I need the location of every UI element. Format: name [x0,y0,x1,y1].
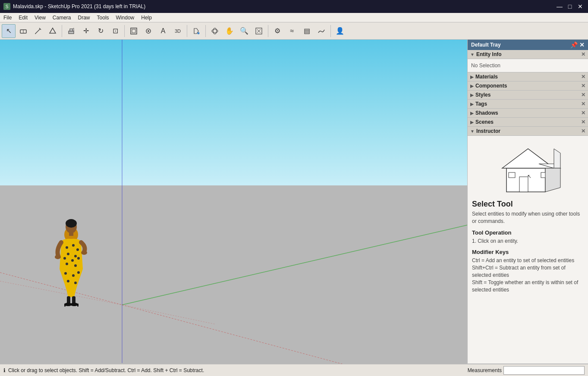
entity-info-title: Entity Info [476,51,502,57]
human-figure [52,217,91,308]
tape-tool-button[interactable] [141,24,155,38]
scale-tool-button[interactable]: ⊡ [108,24,122,38]
instructor-arrow: ▼ [470,129,475,134]
paint-tool-button[interactable] [189,24,203,38]
materials-arrow: ▶ [470,75,474,79]
svg-point-39 [81,251,87,255]
tray-pin-button[interactable]: 📌 [570,41,578,48]
svg-point-14 [212,29,218,33]
pushpull-tool-button[interactable] [64,24,78,38]
styles-section[interactable]: ▶ Styles ✕ [468,91,588,100]
minimize-button[interactable]: — [555,2,564,11]
toolbar-separator-2 [124,25,125,37]
svg-point-36 [77,257,80,260]
svg-marker-58 [554,149,560,168]
eraser-tool-button[interactable] [16,24,30,38]
svg-point-31 [76,248,79,251]
svg-point-13 [198,32,200,34]
move-tool-button[interactable]: ✛ [79,24,93,38]
signin-button[interactable]: 👤 [333,24,347,38]
menu-tools[interactable]: Tools [94,14,113,22]
rotate-tool-button[interactable]: ↻ [94,24,107,38]
instructor-tool-description: Select entities to modify when using oth… [472,210,584,225]
offset-tool-button[interactable] [127,24,141,38]
styles-title: Styles [475,92,491,98]
measurements-input[interactable] [503,366,585,375]
menu-view[interactable]: View [31,14,49,22]
svg-point-33 [74,255,77,257]
scenes-close[interactable]: ✕ [581,119,585,125]
viewport[interactable] [0,40,467,364]
zoom-tool-button[interactable]: 🔍 [237,24,251,38]
entity-info-header[interactable]: ▼ Entity Info ✕ [468,50,588,59]
status-text: Click or drag to select objects. Shift =… [8,367,204,373]
tray-close-button[interactable]: ✕ [579,41,585,48]
sections-button[interactable]: ≈ [285,24,299,38]
titlebar: S Malavida.skp - SketchUp Pro 2021 (31 d… [0,0,588,13]
instructor-modifier-title: Modifier Keys [472,249,584,255]
instructor-header[interactable]: ▼ Instructor ✕ [468,127,588,136]
svg-point-15 [213,28,217,34]
menu-edit[interactable]: Edit [15,14,31,22]
svg-point-27 [66,219,77,228]
svg-point-30 [72,244,75,247]
svg-line-2 [35,29,40,34]
statusbar: ℹ Click or drag to select objects. Shift… [0,364,588,376]
shadows-section[interactable]: ▶ Shadows ✕ [468,109,588,118]
sandbox-button[interactable] [314,24,328,38]
pencil-tool-button[interactable] [31,24,45,38]
menu-camera[interactable]: Camera [49,14,75,22]
zoom-extents-button[interactable] [252,24,266,38]
main-area: Default Tray 📌 ✕ ▼ Entity Info ✕ No Sele… [0,40,588,364]
scenes-section[interactable]: ▶ Scenes ✕ [468,118,588,127]
entity-info-close[interactable]: ✕ [581,51,585,57]
svg-point-32 [67,253,69,255]
text-tool-button[interactable]: A [156,24,170,38]
materials-section[interactable]: ▶ Materials ✕ [468,72,588,81]
pan-tool-button[interactable]: ✋ [223,24,236,38]
svg-point-38 [74,264,77,267]
toolbar-separator-5 [268,25,268,37]
materials-close[interactable]: ✕ [581,74,585,80]
components-close[interactable]: ✕ [581,83,585,89]
toolbar-separator-4 [205,25,206,37]
svg-marker-5 [50,28,56,33]
default-tray-header: Default Tray 📌 ✕ [468,40,588,50]
tags-close[interactable]: ✕ [581,101,585,107]
menu-file[interactable]: File [0,14,15,22]
svg-point-41 [64,272,67,275]
svg-line-22 [122,305,467,364]
orbit-tool-button[interactable] [208,24,222,38]
instructor-section: ▼ Instructor ✕ [468,127,588,364]
right-panel: Default Tray 📌 ✕ ▼ Entity Info ✕ No Sele… [467,40,588,364]
svg-marker-59 [545,168,560,192]
instructor-content: ↖ Select Tool Select entities to modify … [468,136,588,363]
shapes-tool-button[interactable] [46,24,60,38]
shadows-close[interactable]: ✕ [581,110,585,116]
3dtext-tool-button[interactable]: 3D [171,24,185,38]
instructor-close[interactable]: ✕ [581,128,585,134]
menu-window[interactable]: Window [113,14,138,22]
menu-help[interactable]: Help [138,14,155,22]
svg-point-43 [77,271,80,274]
menu-draw[interactable]: Draw [75,14,94,22]
components-section[interactable]: ▶ Components ✕ [468,81,588,91]
axes-canvas [0,40,467,364]
svg-rect-55 [509,172,515,178]
titlebar-controls[interactable]: — □ ✕ [555,2,585,11]
styles-close[interactable]: ✕ [581,92,585,98]
info-icon[interactable]: ℹ [3,367,6,373]
entity-info-arrow: ▼ [470,52,475,57]
svg-rect-9 [131,28,137,34]
svg-point-12 [148,30,149,32]
close-button[interactable]: ✕ [576,2,585,11]
layers-button[interactable]: ▤ [300,24,314,38]
instructor-image: ↖ [494,140,563,196]
select-tool-button[interactable]: ↖ [2,24,16,38]
tags-section[interactable]: ▶ Tags ✕ [468,100,588,109]
settings-button[interactable]: ⚙ [270,24,284,38]
maximize-button[interactable]: □ [566,2,574,11]
materials-title: Materials [475,74,498,80]
svg-rect-10 [132,29,135,33]
entity-info-section: ▼ Entity Info ✕ No Selection [468,50,588,72]
